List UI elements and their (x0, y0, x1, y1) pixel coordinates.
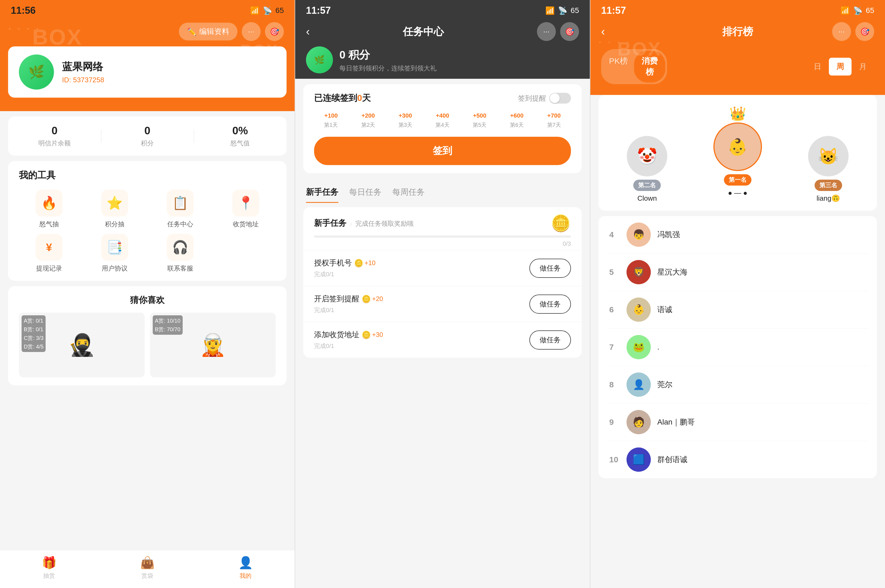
tool-user-agreement[interactable]: 📑 用户协议 (84, 234, 144, 273)
signal-icon-1: 📡 (263, 6, 272, 15)
period-tab-day[interactable]: 日 (806, 58, 829, 75)
rank-item-5[interactable]: 5 🦁 星沉大海 (607, 254, 869, 291)
tab-beginner[interactable]: 新手任务 (306, 187, 338, 203)
status-time-2: 11:57 (306, 5, 331, 16)
edit-label: 编辑资料 (199, 26, 229, 37)
rank-item-8[interactable]: 8 👤 莞尔 (607, 366, 869, 404)
task-scroll[interactable]: 已连续签到0天 签到提醒 +100 第1天 +200 第2天 (295, 79, 590, 559)
task-more-button[interactable]: ··· (537, 22, 556, 41)
points-info: 0 积分 每日签到领积分，连续签到领大礼 (340, 48, 437, 72)
tool-customer-service[interactable]: 🎧 联系客服 (150, 234, 210, 273)
reminder-toggle[interactable] (549, 93, 571, 104)
task-address-button[interactable]: 做任务 (529, 330, 571, 350)
target-button[interactable]: 🎯 (265, 22, 284, 41)
rank-emoji-5: 🦁 (633, 267, 645, 278)
task-target-button[interactable]: 🎯 (560, 22, 579, 41)
podium-2nd-badge: 第二名 (633, 180, 661, 191)
nav-mine[interactable]: 👤 我的 (197, 556, 294, 580)
bag-label: 赏袋 (141, 572, 153, 580)
rank-avatar-10: 🟦 (627, 447, 651, 472)
ranking-scroll[interactable]: 🤡 第二名 Clown 👑 👶 第一名 ● — ● 😺 (591, 95, 885, 586)
shipping-label: 收货地址 (233, 220, 259, 228)
podium-2nd-name: Clown (637, 194, 657, 202)
signin-card: 已连续签到0天 签到提醒 +100 第1天 +200 第2天 (303, 84, 582, 173)
podium-3rd-badge: 第三名 (814, 180, 842, 191)
more-options-button[interactable]: ··· (242, 22, 261, 41)
rank-emoji-6: 👶 (633, 304, 645, 315)
day-2: +200 第2天 (351, 112, 385, 129)
period-tab-week[interactable]: 周 (829, 58, 852, 75)
nav-bag[interactable]: 👜 赏袋 (98, 556, 197, 580)
rank-emoji-8: 👤 (633, 379, 645, 390)
rank-item-6[interactable]: 6 👶 语诚 (607, 291, 869, 328)
task-phone: 授权手机号 🪙 +10 完成0/1 做任务 (303, 250, 582, 286)
battery-3: 65 (866, 6, 874, 15)
task-phone-status: 完成0/1 (314, 270, 529, 278)
day-7-label: 第7天 (547, 122, 561, 129)
rank-item-7[interactable]: 7 🐸 . (607, 328, 869, 366)
status-time-1: 11:56 (11, 5, 36, 16)
tool-shipping[interactable]: 📍 收货地址 (216, 190, 276, 228)
task-section-info: 新手任务 | 完成任务领取奖励嗤 (314, 218, 414, 229)
day-3: +300 第3天 (388, 112, 422, 129)
profile-scroll[interactable]: 0 明信片余额 0 积分 0% 怒气值 我的工具 🔥 怒气抽 ⭐ (0, 111, 294, 588)
day-6: +600 第6天 (500, 112, 534, 129)
status-time-3: 11:57 (601, 5, 626, 16)
rank-item-4[interactable]: 4 👦 冯凯强 (607, 216, 869, 254)
podium-1st: 👑 👶 第一名 ● — ● (714, 106, 762, 197)
coin-icon-1: 🪙 (354, 259, 364, 268)
podium-1st-emoji: 👶 (727, 137, 748, 156)
guess-card-1[interactable]: 🥷 A赏: 0/1B赏: 0/1C赏: 3/3D赏: 4/5 (19, 313, 144, 377)
podium-1st-name: ● — ● (728, 189, 747, 197)
stat-anger-label: 怒气值 (194, 139, 287, 147)
points-value: 0 积分 (340, 48, 437, 62)
rank-num-9: 9 (609, 417, 620, 427)
day-4-points: +400 (436, 112, 449, 119)
customer-service-label: 联系客服 (167, 264, 193, 273)
day-4: +400 第4天 (425, 112, 460, 129)
period-tab-month[interactable]: 月 (852, 58, 874, 75)
podium-2nd: 🤡 第二名 Clown (627, 136, 667, 202)
tool-points-draw[interactable]: ⭐ 积分抽 (84, 190, 144, 228)
day-5-points: +500 (473, 112, 487, 119)
podium-1st-wrap: 👑 👶 (714, 106, 762, 171)
signin-button[interactable]: 签到 (314, 137, 571, 165)
rank-emoji-9: 🧑 (633, 417, 645, 428)
podium-1st-avatar: 👶 (714, 123, 762, 171)
stats-row: 0 明信片余额 0 积分 0% 怒气值 (8, 117, 287, 156)
tool-task-center[interactable]: 📋 任务中心 (150, 190, 210, 228)
ranking-more-button[interactable]: ··· (832, 22, 851, 41)
stat-points-label: 积分 (101, 139, 194, 147)
stat-postcards-value: 0 (8, 124, 101, 137)
withdrawal-icon: ¥ (36, 234, 63, 261)
rank-item-10[interactable]: 10 🟦 群创语诚 (607, 441, 869, 478)
guess-grid: 🥷 A赏: 0/1B赏: 0/1C赏: 3/3D赏: 4/5 🧝 A赏: 10/… (19, 313, 276, 377)
task-reminder-button[interactable]: 做任务 (529, 294, 571, 314)
ranking-header-actions: ··· 🎯 (832, 22, 874, 41)
coin-icon-3: 🪙 (362, 330, 371, 339)
pencil-icon: ✏️ (187, 27, 197, 36)
stat-postcards: 0 明信片余额 (8, 124, 101, 147)
day-1-points: +100 (324, 112, 338, 119)
day-3-points: +300 (399, 112, 412, 119)
points-draw-label: 积分抽 (105, 220, 125, 228)
back-button-2[interactable]: ‹ (306, 25, 310, 38)
guess-card-2[interactable]: 🧝 A赏: 10/10B赏: 70/70 (150, 313, 276, 377)
task-section-title: 新手任务 (314, 219, 346, 227)
day-4-label: 第4天 (436, 122, 449, 129)
task-phone-left: 授权手机号 🪙 +10 完成0/1 (314, 258, 529, 278)
points-desc: 每日签到领积分，连续签到领大礼 (340, 64, 437, 72)
tool-anger-draw[interactable]: 🔥 怒气抽 (19, 190, 79, 228)
rank-item-9[interactable]: 9 🧑 Alan｜鹏哥 (607, 404, 869, 441)
user-agreement-icon: 📑 (101, 234, 128, 261)
tab-daily[interactable]: 每日任务 (349, 187, 382, 203)
nav-draw[interactable]: 🎁 抽赏 (0, 556, 98, 580)
panel-ranking: 11:57 📶 📡 65 · · · · BOX ‹ 排行榜 ··· 🎯 PK榜… (590, 0, 885, 588)
task-phone-button[interactable]: 做任务 (529, 259, 571, 278)
edit-profile-button[interactable]: ✏️ 编辑资料 (179, 22, 237, 40)
task-reminder-left: 开启签到提醒 🪙 +20 完成0/1 (314, 294, 529, 314)
tool-withdrawal[interactable]: ¥ 提现记录 (19, 234, 79, 273)
task-user-avatar: 🌿 (306, 46, 333, 74)
ranking-target-button[interactable]: 🎯 (855, 22, 874, 41)
tab-weekly[interactable]: 每周任务 (392, 187, 425, 203)
